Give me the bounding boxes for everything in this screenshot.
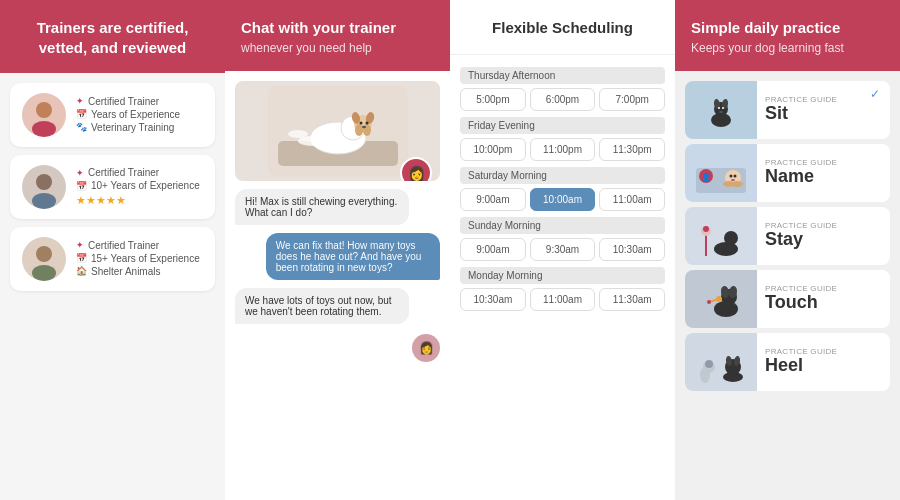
sched-slot-0-1[interactable]: 6:00pm xyxy=(530,88,596,111)
practice-name-heel: Heel xyxy=(765,356,862,376)
practice-info-name: Practice GuideName xyxy=(757,144,870,202)
svg-point-22 xyxy=(288,130,308,138)
exp-icon-2: 📅 xyxy=(76,181,87,191)
practice-name-stay: Stay xyxy=(765,230,862,250)
sched-slot-2-0[interactable]: 9:00am xyxy=(460,188,526,211)
certified-icon-3: ✦ xyxy=(76,240,84,250)
sched-slot-3-0[interactable]: 9:00am xyxy=(460,238,526,261)
trainer-card-2[interactable]: ✦ Certified Trainer 📅 10+ Years of Exper… xyxy=(10,155,215,219)
badge-certified-2: ✦ Certified Trainer xyxy=(76,167,203,178)
svg-point-1 xyxy=(36,102,52,118)
sched-slot-4-2[interactable]: 11:30am xyxy=(599,288,665,311)
badge-certified-1: ✦ Certified Trainer xyxy=(76,96,203,107)
sched-row-1: 10:00pm11:00pm11:30pm xyxy=(460,138,665,161)
practice-card-stay[interactable]: Practice GuideStay xyxy=(685,207,890,265)
exp-icon-3: 📅 xyxy=(76,253,87,263)
svg-point-5 xyxy=(32,193,56,209)
sched-slot-2-1[interactable]: 10:00am xyxy=(530,188,596,211)
panel-practice: Simple daily practice Keeps your dog lea… xyxy=(675,0,900,500)
panel-scheduling-body: Thursday Afternoon5:00pm6:00pm7:00pmFrid… xyxy=(450,55,675,501)
panel-scheduling-header: Flexible Scheduling xyxy=(450,0,675,55)
practice-card-touch[interactable]: Practice GuideTouch xyxy=(685,270,890,328)
practice-name-touch: Touch xyxy=(765,293,862,313)
sched-label-1: Friday Evening xyxy=(460,117,665,134)
vet-icon-1: 🐾 xyxy=(76,122,87,132)
practice-info-touch: Practice GuideTouch xyxy=(757,270,870,328)
panel-practice-header: Simple daily practice Keeps your dog lea… xyxy=(675,0,900,71)
sched-label-2: Saturday Morning xyxy=(460,167,665,184)
practice-check-heel xyxy=(870,333,890,391)
sched-label-3: Sunday Morning xyxy=(460,217,665,234)
panel-scheduling-title: Flexible Scheduling xyxy=(466,18,659,38)
svg-point-8 xyxy=(32,265,56,281)
sched-slot-0-0[interactable]: 5:00pm xyxy=(460,88,526,111)
svg-point-35 xyxy=(731,181,743,187)
sched-slot-3-1[interactable]: 9:30am xyxy=(530,238,596,261)
badge-shelter-3: 🏠 Shelter Animals xyxy=(76,266,203,277)
practice-check-name xyxy=(870,144,890,202)
practice-info-stay: Practice GuideStay xyxy=(757,207,870,265)
certified-icon-1: ✦ xyxy=(76,96,84,106)
panel-chat: Chat with your trainer whenever you need… xyxy=(225,0,450,500)
chat-bubble-trainer-1: We can fix that! How many toys does he h… xyxy=(266,233,440,280)
practice-card-heel[interactable]: Practice GuideHeel xyxy=(685,333,890,391)
chat-dog-image: 👩 xyxy=(235,81,440,181)
certified-icon-2: ✦ xyxy=(76,168,84,178)
sched-slot-3-2[interactable]: 10:30am xyxy=(599,238,665,261)
sched-slot-0-2[interactable]: 7:00pm xyxy=(599,88,665,111)
practice-card-sit[interactable]: Practice GuideSit✓ xyxy=(685,81,890,139)
svg-point-28 xyxy=(718,107,720,109)
badge-experience-2: 📅 10+ Years of Experience xyxy=(76,180,203,191)
practice-image-touch xyxy=(685,270,757,328)
svg-point-20 xyxy=(362,125,366,127)
sched-slot-1-0[interactable]: 10:00pm xyxy=(460,138,526,161)
svg-point-7 xyxy=(36,246,52,262)
chat-message-trainer: We can fix that! How many toys does he h… xyxy=(235,233,440,280)
svg-point-30 xyxy=(719,111,723,113)
panel-chat-header: Chat with your trainer whenever you need… xyxy=(225,0,450,71)
avatar-2 xyxy=(22,165,66,209)
sched-label-0: Thursday Afternoon xyxy=(460,67,665,84)
svg-point-61 xyxy=(705,360,713,368)
panel-chat-subtitle: whenever you need help xyxy=(241,41,434,55)
exp-icon-1: 📅 xyxy=(76,109,87,119)
practice-image-stay xyxy=(685,207,757,265)
practice-check-touch xyxy=(870,270,890,328)
sched-slot-2-2[interactable]: 11:00am xyxy=(599,188,665,211)
chat-trainer-avatar-overlay: 👩 xyxy=(400,157,432,181)
sched-slot-4-0[interactable]: 10:30am xyxy=(460,288,526,311)
sched-row-2: 9:00am10:00am11:00am xyxy=(460,188,665,211)
practice-image-name: 👤 xyxy=(685,144,757,202)
shelter-icon-3: 🏠 xyxy=(76,266,87,276)
avatar-1 xyxy=(22,93,66,137)
trainer-info-2: ✦ Certified Trainer 📅 10+ Years of Exper… xyxy=(76,167,203,207)
svg-point-53 xyxy=(716,296,722,302)
avatar-3 xyxy=(22,237,66,281)
trainer-card-3[interactable]: ✦ Certified Trainer 📅 15+ Years of Exper… xyxy=(10,227,215,291)
svg-point-57 xyxy=(723,372,743,382)
sched-slot-1-2[interactable]: 11:30pm xyxy=(599,138,665,161)
panel-scheduling: Flexible Scheduling Thursday Afternoon5:… xyxy=(450,0,675,500)
svg-point-18 xyxy=(359,121,362,124)
svg-point-43 xyxy=(724,231,738,245)
badge-experience-1: 📅 Years of Experience xyxy=(76,109,203,120)
panel-trainers: Trainers are certified, vetted, and revi… xyxy=(0,0,225,500)
badge-experience-3: 📅 15+ Years of Experience xyxy=(76,253,203,264)
trainer-card-1[interactable]: ✦ Certified Trainer 📅 Years of Experienc… xyxy=(10,83,215,147)
practice-info-heel: Practice GuideHeel xyxy=(757,333,870,391)
practice-image-heel xyxy=(685,333,757,391)
svg-text:👤: 👤 xyxy=(701,172,711,182)
svg-point-38 xyxy=(731,179,735,181)
sched-slot-1-1[interactable]: 11:00pm xyxy=(530,138,596,161)
practice-name-sit: Sit xyxy=(765,104,862,124)
practice-card-name[interactable]: 👤Practice GuideName xyxy=(685,144,890,202)
practice-info-sit: Practice GuideSit xyxy=(757,81,870,139)
panel-trainers-title: Trainers are certified, xyxy=(16,18,209,38)
sched-slot-4-1[interactable]: 11:00am xyxy=(530,288,596,311)
svg-point-14 xyxy=(355,124,363,136)
svg-point-15 xyxy=(363,124,371,136)
badge-vet-1: 🐾 Veterinary Training xyxy=(76,122,203,133)
dog-illustration xyxy=(268,86,408,176)
panel-trainers-body: ✦ Certified Trainer 📅 Years of Experienc… xyxy=(0,73,225,500)
sched-row-4: 10:30am11:00am11:30am xyxy=(460,288,665,311)
